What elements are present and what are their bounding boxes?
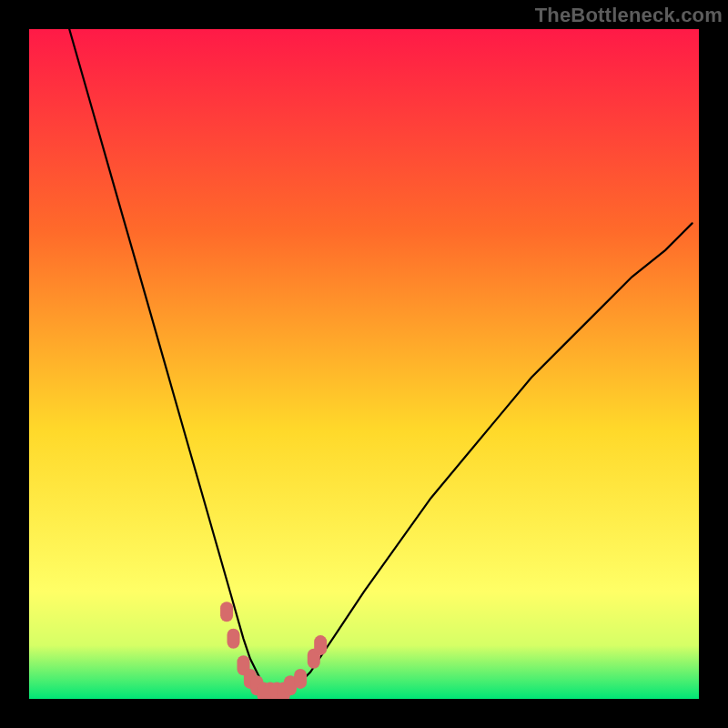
chart-svg: [29, 29, 699, 699]
gradient-bg: [29, 29, 699, 699]
marker-dot: [220, 602, 233, 622]
chart-area: [29, 29, 699, 699]
marker-dot: [228, 629, 240, 649]
marker-dot: [314, 635, 327, 655]
watermark-text: TheBottleneck.com: [535, 5, 723, 25]
marker-dot: [294, 669, 307, 689]
